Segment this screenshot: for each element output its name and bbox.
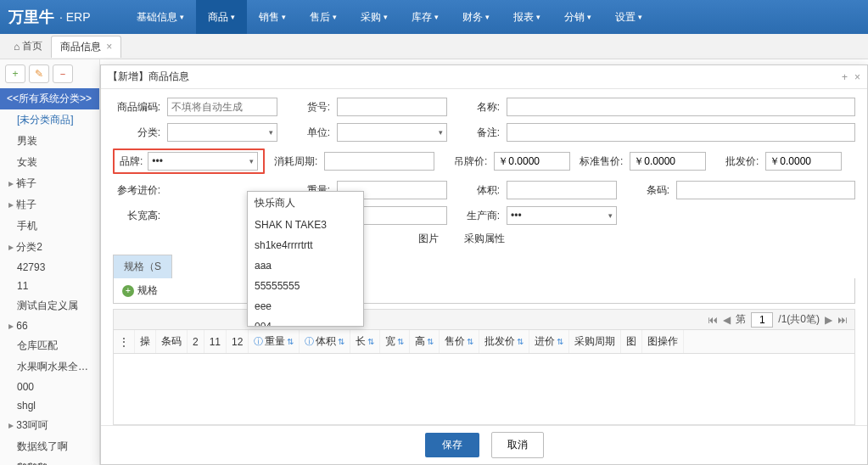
- add-button[interactable]: +: [5, 64, 25, 83]
- chevron-down-icon: ▾: [434, 13, 439, 21]
- grid-col[interactable]: 采购周期: [569, 330, 621, 353]
- barcode-input[interactable]: [676, 181, 855, 199]
- nav-财务[interactable]: 财务▾: [451, 0, 501, 34]
- tree-item[interactable]: 数据线了啊: [0, 436, 99, 457]
- brand-option[interactable]: 55555555: [248, 276, 363, 296]
- cat-select[interactable]: ▾: [167, 123, 277, 142]
- grid-col[interactable]: 12: [227, 330, 249, 353]
- add-spec-row[interactable]: + 规格: [113, 278, 855, 304]
- delete-button[interactable]: －: [53, 64, 73, 83]
- tree-item[interactable]: 裤子: [0, 173, 99, 194]
- tree-item[interactable]: 分类2: [0, 237, 99, 258]
- tree-item[interactable]: 33呵呵: [0, 415, 99, 436]
- brand-option[interactable]: eee: [248, 296, 363, 317]
- nav-报表[interactable]: 报表▾: [501, 0, 552, 34]
- tab-picture[interactable]: 图片: [418, 232, 439, 246]
- tree-item[interactable]: 女装: [0, 152, 99, 173]
- tab-label: 商品信息: [60, 40, 101, 54]
- sort-icon: ⇅: [517, 337, 524, 346]
- tree-item[interactable]: 仓库匹配: [0, 335, 99, 356]
- tree-header[interactable]: <<所有系统分类>>: [0, 88, 99, 109]
- brand-option[interactable]: 快乐商人: [248, 192, 363, 215]
- brand-option[interactable]: aaa: [248, 255, 363, 276]
- nav-库存[interactable]: 库存▾: [400, 0, 451, 34]
- grid-col[interactable]: 图: [621, 330, 642, 353]
- tree-item[interactable]: 男装: [0, 131, 99, 152]
- chevron-down-icon: ▾: [333, 13, 337, 21]
- std-label: 标准售价:: [575, 154, 623, 169]
- info-icon: ⓘ: [305, 335, 314, 348]
- huohao-input[interactable]: [337, 98, 447, 116]
- home-link[interactable]: ⌂ 首页: [5, 39, 51, 53]
- grid-pager: ⏮ ◀ 第 /1(共0笔) ▶ ⏭: [114, 310, 854, 330]
- nav-销售[interactable]: 销售▾: [247, 0, 298, 34]
- tree-item[interactable]: 水果啊水果全是水: [0, 356, 99, 378]
- sort-icon: ⇅: [467, 337, 473, 346]
- remark-label: 备注:: [452, 126, 500, 140]
- brand-dropdown[interactable]: 快乐商人SHAK N TAKE3sh1ke4rrrrtrttaaa5555555…: [247, 191, 364, 327]
- chevron-down-icon: ▾: [608, 211, 613, 220]
- nav-商品[interactable]: 商品▾: [196, 0, 247, 34]
- cycle-input[interactable]: [324, 152, 434, 171]
- tree-item[interactable]: 测试自定义属: [0, 295, 99, 317]
- whole-label: 批发价:: [711, 154, 759, 169]
- grid-col[interactable]: ⋮: [114, 330, 135, 353]
- brand-option[interactable]: sh1ke4rrrrtrtt: [248, 235, 363, 255]
- edit-button[interactable]: ✎: [29, 64, 49, 83]
- grid-col[interactable]: ⓘ体积⇅: [300, 330, 350, 353]
- name-input[interactable]: [507, 98, 855, 116]
- vol-input[interactable]: [507, 181, 617, 199]
- next-page-icon[interactable]: ▶: [825, 314, 832, 326]
- brand-option[interactable]: 004: [248, 317, 363, 327]
- brand-option[interactable]: SHAK N TAKE3: [248, 215, 363, 235]
- tree-item[interactable]: 鹅鹅鹅: [0, 457, 99, 465]
- grid-col[interactable]: 条码: [156, 330, 188, 353]
- tree-item[interactable]: 11: [0, 277, 99, 295]
- spec-tabbar: 规格（S: [113, 255, 855, 278]
- nav-设置[interactable]: 设置▾: [603, 0, 654, 34]
- modal-product-add: 【新增】商品信息 + × 商品编码: 货号: 名称: 分类: ▾ 单位: ▾: [100, 64, 868, 465]
- prev-page-icon[interactable]: ◀: [723, 314, 731, 326]
- whole-input[interactable]: [765, 152, 842, 171]
- grid-col[interactable]: 高⇅: [410, 330, 440, 353]
- tab-spec[interactable]: 规格（S: [113, 255, 172, 278]
- code-input[interactable]: [167, 98, 277, 116]
- last-page-icon[interactable]: ⏭: [837, 314, 848, 326]
- std-input[interactable]: [630, 152, 706, 171]
- tree-item[interactable]: [未分类商品]: [0, 109, 99, 131]
- save-button[interactable]: 保存: [425, 433, 479, 457]
- nav-采购[interactable]: 采购▾: [349, 0, 400, 34]
- minimize-icon[interactable]: +: [842, 71, 848, 83]
- page-input[interactable]: [751, 312, 773, 328]
- tab-product-info[interactable]: 商品信息 ×: [51, 36, 121, 58]
- tag-input[interactable]: [494, 152, 570, 171]
- remark-input[interactable]: [507, 123, 855, 142]
- tab-purchase-attr[interactable]: 采购属性: [464, 232, 505, 246]
- nav-基础信息[interactable]: 基础信息▾: [125, 0, 196, 34]
- grid-col[interactable]: 操: [135, 330, 156, 353]
- cancel-button[interactable]: 取消: [491, 432, 544, 458]
- tree-item[interactable]: 鞋子: [0, 194, 99, 216]
- first-page-icon[interactable]: ⏮: [708, 314, 718, 326]
- grid-col[interactable]: 售价⇅: [440, 330, 479, 353]
- grid-col[interactable]: 图操作: [642, 330, 684, 353]
- brand-select[interactable]: •••▾: [148, 152, 258, 171]
- grid-col[interactable]: 长⇅: [350, 330, 380, 353]
- grid-col[interactable]: 宽⇅: [380, 330, 410, 353]
- nav-分销[interactable]: 分销▾: [552, 0, 603, 34]
- grid-col[interactable]: ⓘ重量⇅: [249, 330, 300, 353]
- close-icon[interactable]: ×: [854, 71, 860, 83]
- nav-售后[interactable]: 售后▾: [298, 0, 349, 34]
- grid-col[interactable]: 2: [188, 330, 204, 353]
- close-icon[interactable]: ×: [106, 41, 112, 53]
- tree-item[interactable]: shgl: [0, 396, 99, 415]
- tree-item[interactable]: 42793: [0, 258, 99, 277]
- grid-col[interactable]: 批发价⇅: [479, 330, 529, 353]
- mfr-select[interactable]: •••▾: [507, 206, 617, 225]
- grid-col[interactable]: 进价⇅: [529, 330, 569, 353]
- unit-select[interactable]: ▾: [337, 123, 447, 142]
- tree-item[interactable]: 000: [0, 378, 99, 396]
- grid-col[interactable]: 11: [204, 330, 227, 353]
- tree-item[interactable]: 66: [0, 317, 99, 335]
- tree-item[interactable]: 手机: [0, 216, 99, 237]
